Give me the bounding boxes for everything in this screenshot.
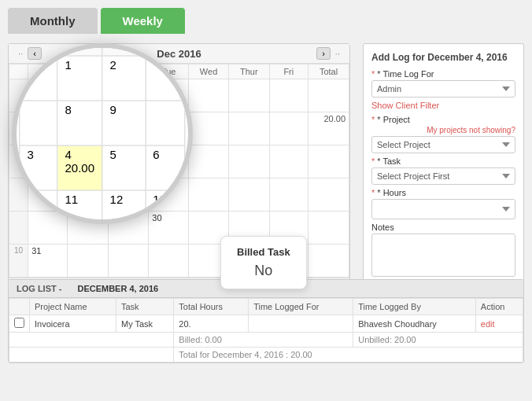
cal-total-cell: [308, 245, 349, 278]
task-label: * * Task: [371, 156, 515, 166]
log-list-date: DECEMBER 4, 2016: [77, 284, 158, 293]
cal-cell[interactable]: [109, 245, 149, 278]
row-task: My Task: [116, 315, 173, 333]
table-row: Invoicera My Task 20. Bhavesh Choudhary …: [9, 315, 523, 333]
add-log-title: Add Log for December 4, 2016: [371, 52, 515, 63]
mag-cell: [145, 101, 185, 145]
col-task: Task: [116, 299, 173, 315]
cal-next-btn[interactable]: ›: [316, 47, 331, 60]
mag-cell: 8: [57, 101, 102, 145]
col-time-for: Time Logged For: [249, 299, 353, 315]
billed-label: [9, 333, 174, 348]
add-log-panel: Add Log for December 4, 2016 * * Time Lo…: [363, 43, 524, 315]
notes-textarea[interactable]: [371, 234, 515, 277]
log-table-header-row: Project Name Task Total Hours Time Logge…: [9, 299, 523, 315]
mag-cell: 1: [57, 56, 102, 101]
mag-cell: 5: [102, 145, 146, 190]
col-thu: Thur: [229, 64, 269, 79]
cal-total-cell: [308, 178, 349, 212]
mag-cell: [20, 190, 57, 224]
circle-magnifier: Sat Sun Mon Tue 1 2: [12, 43, 193, 224]
row-action: edit: [475, 315, 523, 333]
col-project: Project Name: [30, 299, 116, 315]
unbilled-value: Unbilled: 20.00: [353, 333, 523, 348]
mag-cell: 11: [57, 190, 102, 224]
cal-cell[interactable]: [269, 178, 308, 212]
row-checkbox[interactable]: [14, 318, 24, 328]
mag-cell: 6: [145, 145, 185, 190]
billed-task-value: No: [237, 263, 290, 279]
total-value: Total for December 4, 2016 : 20.00: [174, 348, 523, 362]
cal-cell[interactable]: [188, 145, 228, 178]
cal-cell[interactable]: 31: [28, 245, 68, 278]
row-project: Invoicera: [30, 315, 116, 333]
billed-task-title: Billed Task: [237, 246, 290, 258]
cal-cell[interactable]: [188, 112, 228, 145]
tab-weekly[interactable]: Weekly: [101, 8, 185, 34]
mag-row: 3 4 20.00 5 6: [20, 145, 186, 190]
mag-cell: [20, 101, 57, 145]
cal-cell[interactable]: [149, 245, 189, 278]
col-total-hours: Total Hours: [174, 299, 249, 315]
cal-total-cell: [308, 79, 349, 112]
cal-cell[interactable]: [68, 245, 109, 278]
log-list-panel: LOG LIST - DECEMBER 4, 2016 Project Name…: [8, 279, 524, 363]
cal-cell[interactable]: [229, 79, 269, 112]
mag-cell-highlighted: 4 20.00: [57, 145, 102, 190]
week-num-cell: 10: [9, 245, 28, 278]
col-check: [9, 299, 30, 315]
magnifier-calendar: Sat Sun Mon Tue 1 2: [19, 43, 186, 224]
mag-cell: [145, 56, 185, 101]
cal-cell[interactable]: [229, 112, 269, 145]
cal-total-cell: 20.00: [308, 112, 349, 145]
cal-cell[interactable]: [229, 145, 269, 178]
total-label: [9, 348, 174, 362]
my-projects-link[interactable]: My projects not showing?: [371, 126, 515, 134]
log-table: Project Name Task Total Hours Time Logge…: [9, 298, 523, 362]
magnifier-grid: Sat Sun Mon Tue 1 2: [19, 43, 186, 224]
hours-label: * * Hours: [371, 188, 515, 197]
col-action: Action: [475, 299, 523, 315]
billed-value: Billed: 0.00: [174, 333, 353, 348]
row-check[interactable]: [9, 315, 30, 333]
hours-input[interactable]: [371, 199, 515, 219]
edit-link[interactable]: edit: [481, 319, 495, 329]
tab-monthly[interactable]: Monthly: [8, 8, 98, 34]
cal-total-cell: [308, 212, 349, 245]
log-list-label: LOG LIST -: [17, 284, 61, 293]
cal-cell[interactable]: [269, 145, 308, 178]
cal-cell[interactable]: [269, 79, 308, 112]
mag-cell: [20, 56, 57, 101]
row-time-by: Bhavesh Choudhary: [353, 315, 476, 333]
mag-row: 1 2: [20, 56, 186, 101]
row-hours: 20.: [174, 315, 249, 333]
mag-row: 8 9: [20, 101, 186, 145]
show-client-filter-link[interactable]: Show Client Filter: [371, 101, 515, 110]
cal-cell[interactable]: [229, 178, 269, 212]
cal-cell[interactable]: [188, 178, 228, 212]
project-select[interactable]: Select Project: [371, 136, 515, 153]
project-label: * * Project: [371, 115, 515, 124]
cal-cell[interactable]: [269, 112, 308, 145]
cal-nav-right: › ··: [316, 47, 343, 60]
col-total: Total: [308, 64, 349, 79]
col-wed: Wed: [188, 64, 228, 79]
task-select[interactable]: Select Project First: [371, 167, 515, 185]
cal-cell[interactable]: [188, 79, 228, 112]
col-fri: Fri: [269, 64, 308, 79]
cal-total-cell: [308, 145, 349, 178]
time-log-for-select[interactable]: Admin: [371, 80, 515, 97]
notes-label: Notes: [371, 223, 515, 232]
tabs-row: Monthly Weekly: [8, 8, 524, 34]
mag-cell: 12: [102, 190, 146, 224]
col-time-by: Time Logged By: [353, 299, 476, 315]
billed-task-tooltip: Billed Task No: [220, 236, 307, 289]
mag-cell: 3: [20, 145, 57, 190]
mag-cell: 9: [102, 101, 146, 145]
row-time-for: [249, 315, 353, 333]
table-row: Billed: 0.00 Unbilled: 20.00: [9, 333, 523, 348]
magnifier-inner: Sat Sun Mon Tue 1 2: [17, 48, 188, 219]
nav-dots-right: ··: [332, 49, 343, 58]
main-container: Monthly Weekly ·· ‹ Dec 2016 › ·· Sat Su…: [0, 0, 532, 401]
mag-row: 11 12 13: [20, 190, 186, 224]
